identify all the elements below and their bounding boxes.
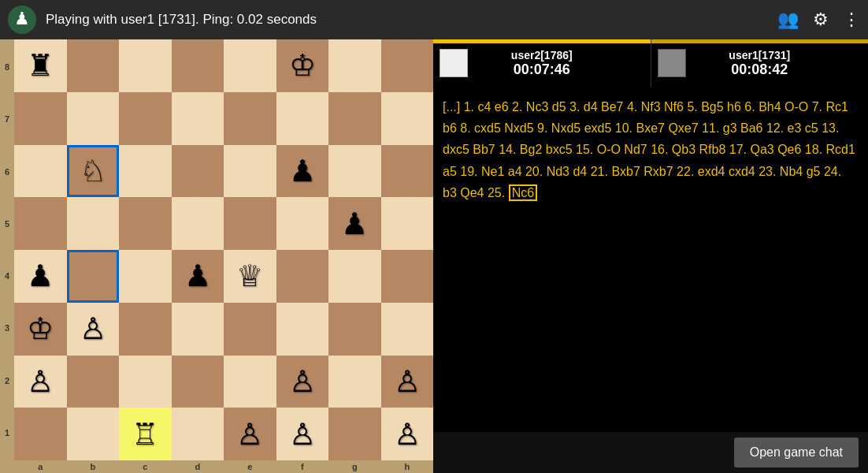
- square-f4[interactable]: [276, 250, 329, 303]
- square-g2[interactable]: [328, 356, 381, 408]
- square-e5[interactable]: [224, 197, 276, 250]
- top-icons: 👥 ⚙ ⋮: [777, 9, 860, 30]
- bottom-bar: Open game chat: [433, 432, 868, 473]
- square-e1[interactable]: ♙: [224, 408, 276, 460]
- square-g4[interactable]: [328, 250, 381, 303]
- square-a7[interactable]: [14, 92, 67, 145]
- file-labels: a b c d e f g h: [0, 460, 433, 473]
- rank-6: 6: [0, 167, 14, 177]
- file-d: d: [172, 460, 224, 473]
- square-d2[interactable]: [172, 356, 224, 408]
- square-g5[interactable]: ♟: [328, 197, 381, 250]
- rank-7: 7: [0, 114, 14, 124]
- top-bar: ♟ Playing with user1 [1731]. Ping: 0.02 …: [0, 0, 868, 39]
- square-e6[interactable]: [224, 145, 276, 198]
- square-g6[interactable]: [328, 145, 381, 198]
- piece-a2: ♙: [27, 367, 54, 397]
- square-b7[interactable]: [67, 92, 120, 145]
- top-title: Playing with user1 [1731]. Ping: 0.02 se…: [46, 12, 768, 28]
- square-e8[interactable]: [224, 39, 276, 92]
- square-d6[interactable]: [172, 145, 224, 198]
- square-c3[interactable]: [119, 303, 172, 356]
- square-c8[interactable]: [119, 39, 172, 92]
- square-a3[interactable]: ♔: [14, 303, 67, 356]
- square-a4[interactable]: ♟: [14, 250, 67, 303]
- square-b3[interactable]: ♙: [67, 303, 120, 356]
- square-h8[interactable]: [381, 39, 434, 92]
- piece-a4: ♟: [27, 261, 54, 291]
- player-right-indicator: [651, 39, 869, 43]
- square-d1[interactable]: [172, 408, 224, 460]
- square-a5[interactable]: [14, 197, 67, 250]
- square-b8[interactable]: [67, 39, 120, 92]
- square-d7[interactable]: [172, 92, 224, 145]
- move-list: [...] 1. c4 e6 2. Nc3 d5 3. d4 Be7 4. Nf…: [433, 87, 868, 432]
- piece-f2: ♙: [289, 367, 316, 397]
- menu-icon[interactable]: ⋮: [843, 9, 860, 30]
- square-c7[interactable]: [119, 92, 172, 145]
- rank-2: 2: [0, 376, 14, 385]
- square-c6[interactable]: [119, 145, 172, 198]
- square-e7[interactable]: [224, 92, 276, 145]
- square-h6[interactable]: [381, 145, 434, 198]
- people-icon[interactable]: 👥: [777, 9, 799, 30]
- piece-h2: ♙: [394, 367, 421, 397]
- player-right-avatar: [658, 49, 686, 77]
- square-d4[interactable]: ♟: [172, 250, 224, 303]
- square-h1[interactable]: ♙: [381, 408, 434, 460]
- square-e3[interactable]: [224, 303, 276, 356]
- player-left-time: 00:07:46: [514, 61, 570, 78]
- square-h4[interactable]: [381, 250, 434, 303]
- square-f2[interactable]: ♙: [276, 356, 329, 408]
- square-a6[interactable]: [14, 145, 67, 198]
- square-b1[interactable]: [67, 408, 120, 460]
- player-left-avatar: [440, 49, 468, 77]
- square-b2[interactable]: [67, 356, 120, 408]
- open-game-chat-button[interactable]: Open game chat: [734, 438, 859, 467]
- square-f5[interactable]: [276, 197, 329, 250]
- square-f3[interactable]: [276, 303, 329, 356]
- chess-board[interactable]: ♜♔♘♟♟♟♟♕♔♙♙♙♙♖♙♙♙: [14, 39, 433, 460]
- square-g8[interactable]: [328, 39, 381, 92]
- square-h7[interactable]: [381, 92, 434, 145]
- board-wrapper: 8 7 6 5 4 3 2 1 ♜♔♘♟♟♟♟♕♔♙♙♙♙♖♙♙♙: [0, 39, 433, 460]
- square-a2[interactable]: ♙: [14, 356, 67, 408]
- square-f6[interactable]: ♟: [276, 145, 329, 198]
- square-f8[interactable]: ♔: [276, 39, 329, 92]
- square-h2[interactable]: ♙: [381, 356, 434, 408]
- square-d8[interactable]: [172, 39, 224, 92]
- square-c5[interactable]: [119, 197, 172, 250]
- square-g7[interactable]: [328, 92, 381, 145]
- square-b5[interactable]: [67, 197, 120, 250]
- square-g3[interactable]: [328, 303, 381, 356]
- rank-8: 8: [0, 62, 14, 72]
- square-b6[interactable]: ♘: [67, 145, 120, 198]
- square-h3[interactable]: [381, 303, 434, 356]
- square-c1[interactable]: ♖: [119, 408, 172, 460]
- square-b4[interactable]: [67, 250, 120, 303]
- piece-e1: ♙: [236, 419, 263, 449]
- player-right-name: user1[1731]: [729, 49, 790, 61]
- main-content: 8 7 6 5 4 3 2 1 ♜♔♘♟♟♟♟♕♔♙♙♙♙♖♙♙♙ a b c …: [0, 39, 868, 473]
- piece-d4: ♟: [184, 261, 211, 291]
- player-left-name: user2[1786]: [511, 49, 573, 61]
- square-h5[interactable]: [381, 197, 434, 250]
- rank-5: 5: [0, 219, 14, 229]
- square-g1[interactable]: [328, 408, 381, 460]
- file-f: f: [276, 460, 329, 473]
- square-d5[interactable]: [172, 197, 224, 250]
- square-e2[interactable]: [224, 356, 276, 408]
- square-a8[interactable]: ♜: [14, 39, 67, 92]
- square-d3[interactable]: [172, 303, 224, 356]
- square-f7[interactable]: [276, 92, 329, 145]
- player-right-section: user1[1731] 00:08:42: [651, 39, 869, 87]
- file-b: b: [67, 460, 120, 473]
- square-e4[interactable]: ♕: [224, 250, 276, 303]
- piece-e4: ♕: [236, 261, 263, 291]
- settings-icon[interactable]: ⚙: [813, 9, 829, 30]
- square-f1[interactable]: ♙: [276, 408, 329, 460]
- piece-c1: ♖: [132, 419, 158, 449]
- square-a1[interactable]: [14, 408, 67, 460]
- square-c2[interactable]: [119, 356, 172, 408]
- square-c4[interactable]: [119, 250, 172, 303]
